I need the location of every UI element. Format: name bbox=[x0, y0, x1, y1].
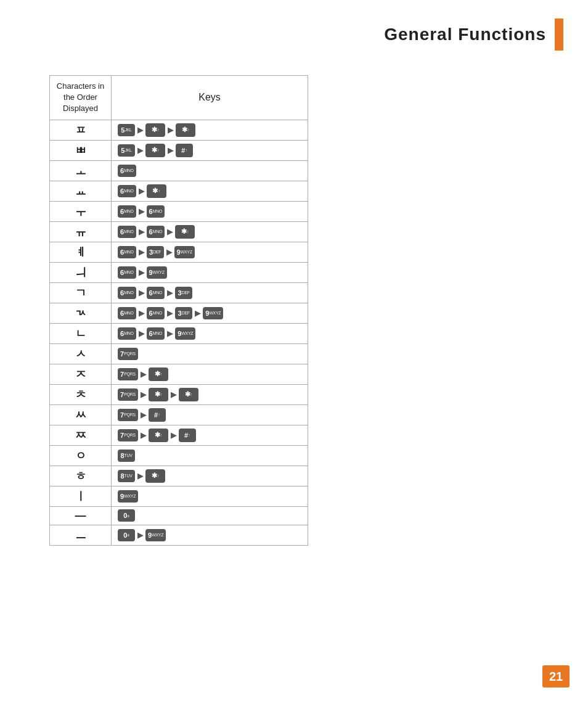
page-header: General Functions bbox=[0, 0, 588, 63]
char-cell: ㅇ bbox=[50, 445, 112, 466]
arrow-icon: ▶ bbox=[139, 207, 144, 216]
char-cell: ㄳ bbox=[50, 303, 112, 323]
key-badge-star: ✱↑ bbox=[145, 144, 165, 157]
keys-cell: 7PQRS bbox=[112, 343, 308, 364]
table-row: ㅛ6MNO▶✱↑ bbox=[50, 181, 308, 201]
arrow-icon: ▶ bbox=[137, 472, 143, 480]
key-badge-num: 6MNO bbox=[118, 205, 136, 218]
key-badge-num: 6MNO bbox=[118, 307, 136, 319]
arrow-icon: ▶ bbox=[141, 431, 146, 440]
key-badge-star: ✱↑ bbox=[149, 388, 168, 401]
char-cell: ㅅ bbox=[50, 343, 112, 364]
arrow-icon: ▶ bbox=[137, 146, 143, 155]
char-cell: ㅎ bbox=[50, 466, 112, 486]
keys-cell: 6MNO▶9WXYZ bbox=[112, 262, 308, 282]
char-cell: ㅜ bbox=[50, 201, 112, 221]
key-badge-num: 0± bbox=[118, 529, 135, 541]
table-row: ㅣ9WXYZ bbox=[50, 486, 308, 506]
table-row: ㅢ6MNO▶9WXYZ bbox=[50, 262, 308, 282]
arrow-icon: ▶ bbox=[167, 329, 173, 338]
key-badge-star: ✱↑ bbox=[145, 469, 165, 483]
keys-cell: 0± bbox=[112, 506, 308, 525]
table-row: ㅖ6MNO▶3DEF▶9WXYZ bbox=[50, 242, 308, 262]
arrow-icon: ▶ bbox=[141, 370, 146, 379]
table-row: ㅆ7PQRS▶#↑ bbox=[50, 404, 308, 425]
key-badge-num: 7PQRS bbox=[118, 348, 138, 360]
arrow-icon: ▶ bbox=[139, 329, 144, 338]
table-row: ㅊ7PQRS▶✱↑▶✱↑ bbox=[50, 384, 308, 404]
keys-cell: 7PQRS▶✱↑▶✱↑ bbox=[112, 384, 308, 404]
arrow-icon: ▶ bbox=[171, 390, 176, 399]
main-content: Characters in the Order Displayed Keys ㅍ… bbox=[0, 63, 588, 570]
keys-cell: 9WXYZ bbox=[112, 486, 308, 506]
table-row: ㅎ8TUV▶✱↑ bbox=[50, 466, 308, 486]
arrow-icon: ▶ bbox=[167, 309, 173, 318]
key-badge-num: 9WXYZ bbox=[203, 307, 223, 319]
key-badge-num: 6MNO bbox=[118, 287, 136, 299]
char-cell: ㅣ bbox=[50, 486, 112, 506]
key-badge-star: ✱↑ bbox=[176, 123, 195, 137]
key-badge-num: 6MNO bbox=[118, 327, 136, 340]
arrow-icon: ▶ bbox=[137, 531, 143, 540]
key-badge-num: 7PQRS bbox=[118, 368, 138, 380]
key-badge-num: 6MNO bbox=[118, 266, 136, 279]
header-accent-bar bbox=[555, 18, 563, 51]
arrow-icon: ▶ bbox=[166, 248, 172, 257]
keys-cell: 7PQRS▶#↑ bbox=[112, 404, 308, 425]
keys-cell: 6MNO▶✱↑ bbox=[112, 181, 308, 201]
table-row: ㄱ6MNO▶6MNO▶3DEF bbox=[50, 282, 308, 303]
key-badge-num: 6MNO bbox=[118, 246, 136, 258]
key-badge-num: 5JKL bbox=[118, 124, 135, 136]
key-badge-num: 6MNO bbox=[118, 185, 136, 197]
char-cell: ㅠ bbox=[50, 221, 112, 242]
key-badge-num: 7PQRS bbox=[118, 409, 138, 421]
keys-cell: 5JKL▶✱↑▶#↑ bbox=[112, 140, 308, 160]
arrow-icon: ▶ bbox=[167, 289, 173, 297]
keys-cell: 5JKL▶✱↑▶✱↑ bbox=[112, 120, 308, 140]
key-badge-hash: #↑ bbox=[176, 144, 193, 157]
table-row: ㅉ7PQRS▶✱↑▶#↑ bbox=[50, 425, 308, 445]
col-char-header: Characters in the Order Displayed bbox=[50, 76, 112, 120]
key-badge-star: ✱↑ bbox=[175, 225, 195, 239]
key-badge-num: 8TUV bbox=[118, 449, 135, 462]
table-row: ㅃ5JKL▶✱↑▶#↑ bbox=[50, 140, 308, 160]
keys-cell: 6MNO▶6MNO▶3DEF bbox=[112, 282, 308, 303]
arrow-icon: ▶ bbox=[139, 268, 144, 277]
key-badge-num: 0± bbox=[118, 509, 135, 522]
arrow-icon: ▶ bbox=[171, 431, 176, 440]
table-row: ㅗ6MNO bbox=[50, 160, 308, 181]
keys-cell: 6MNO▶6MNO▶3DEF▶9WXYZ bbox=[112, 303, 308, 323]
character-table: Characters in the Order Displayed Keys ㅍ… bbox=[49, 75, 308, 546]
char-cell: ㄱ bbox=[50, 282, 112, 303]
keys-cell: 8TUV▶✱↑ bbox=[112, 466, 308, 486]
char-cell: ㅆ bbox=[50, 404, 112, 425]
table-row: ㅇ8TUV bbox=[50, 445, 308, 466]
key-badge-num: 9WXYZ bbox=[118, 490, 138, 503]
key-badge-num: 6MNO bbox=[147, 205, 165, 218]
key-badge-num: 5JKL bbox=[118, 144, 135, 157]
keys-cell: 8TUV bbox=[112, 445, 308, 466]
table-row: ㄳ6MNO▶6MNO▶3DEF▶9WXYZ bbox=[50, 303, 308, 323]
table-row: —0± bbox=[50, 506, 308, 525]
key-badge-num: 9WXYZ bbox=[175, 327, 195, 340]
char-cell: ㅈ bbox=[50, 364, 112, 384]
key-badge-num: 6MNO bbox=[147, 287, 165, 299]
char-cell: — bbox=[50, 506, 112, 525]
table-row: ㅠ6MNO▶6MNO▶✱↑ bbox=[50, 221, 308, 242]
arrow-icon: ▶ bbox=[137, 126, 143, 134]
arrow-icon: ▶ bbox=[168, 146, 173, 155]
char-cell: ㅉ bbox=[50, 425, 112, 445]
key-badge-num: 7PQRS bbox=[118, 429, 138, 441]
key-badge-num: 6MNO bbox=[147, 327, 165, 340]
table-row: ㅅ7PQRS bbox=[50, 343, 308, 364]
arrow-icon: ▶ bbox=[168, 126, 173, 134]
arrow-icon: ▶ bbox=[141, 390, 146, 399]
table-row: ㄴ6MNO▶6MNO▶9WXYZ bbox=[50, 323, 308, 343]
key-badge-star: ✱↑ bbox=[145, 123, 165, 137]
arrow-icon: ▶ bbox=[167, 228, 173, 236]
key-badge-num: 3DEF bbox=[175, 287, 192, 299]
table-row: ㅜ6MNO▶6MNO bbox=[50, 201, 308, 221]
arrow-icon: ▶ bbox=[139, 187, 144, 195]
keys-cell: 7PQRS▶✱↑ bbox=[112, 364, 308, 384]
page-title: General Functions bbox=[384, 25, 546, 44]
